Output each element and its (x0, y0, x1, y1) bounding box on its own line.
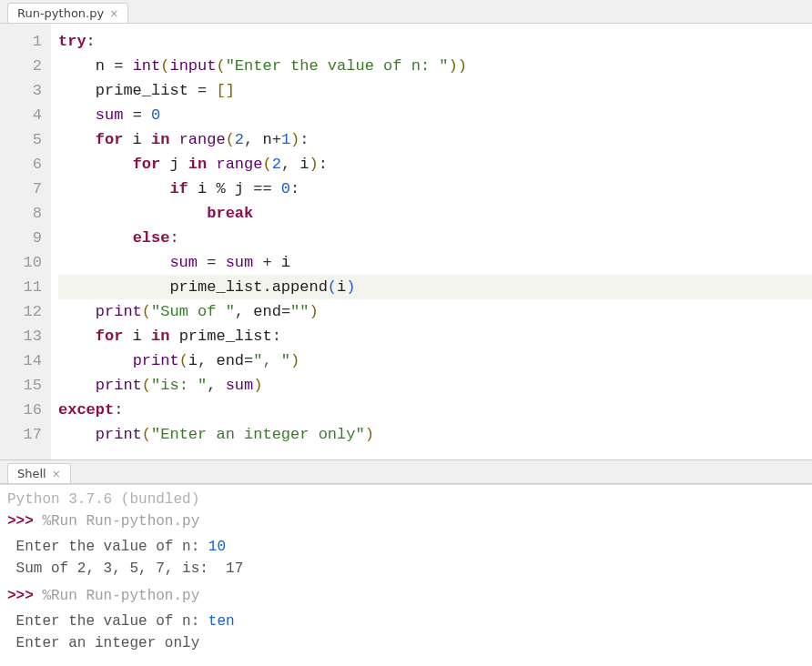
editor-tab-active[interactable]: Run-python.py × (7, 3, 128, 23)
line-number-gutter: 1234567891011121314151617 (0, 24, 51, 459)
shell-tab-label: Shell (17, 467, 46, 480)
line-number: 15 (9, 373, 42, 398)
line-number: 2 (9, 54, 42, 78)
code-line: sum = 0 (58, 103, 812, 127)
code-line: sum = sum + i (58, 250, 812, 275)
line-number: 12 (9, 299, 42, 324)
line-number: 6 (9, 152, 42, 177)
shell-output: Python 3.7.6 (bundled)>>> %Run Run-pytho… (0, 485, 812, 658)
line-number: 11 (9, 275, 42, 299)
editor-tab-bar: Run-python.py × (0, 0, 812, 24)
shell-panel[interactable]: Python 3.7.6 (bundled)>>> %Run Run-pytho… (0, 484, 812, 666)
close-icon[interactable]: × (52, 468, 61, 480)
code-line: print("Sum of ", end="") (58, 299, 812, 324)
shell-tab-bar: Shell × (0, 460, 812, 484)
line-number: 5 (9, 127, 42, 152)
code-line: n = int(input("Enter the value of n: ")) (58, 54, 812, 78)
line-number: 8 (9, 201, 42, 226)
editor-tab-label: Run-python.py (17, 6, 104, 20)
shell-tab-active[interactable]: Shell × (7, 463, 71, 483)
line-number: 13 (9, 324, 42, 348)
code-line: print("is: ", sum) (58, 373, 812, 398)
code-line: if i % j == 0: (58, 177, 812, 201)
line-number: 16 (9, 398, 42, 422)
code-line: else: (58, 226, 812, 250)
code-line: break (58, 201, 812, 226)
line-number: 10 (9, 250, 42, 275)
close-icon[interactable]: × (109, 7, 118, 20)
line-number: 9 (9, 226, 42, 250)
code-line: print("Enter an integer only") (58, 422, 812, 447)
code-content[interactable]: try: n = int(input("Enter the value of n… (51, 24, 812, 459)
code-line: print(i, end=", ") (58, 348, 812, 373)
code-editor[interactable]: 1234567891011121314151617 try: n = int(i… (0, 24, 812, 460)
code-line: for i in prime_list: (58, 324, 812, 348)
code-line: prime_list = [] (58, 78, 812, 103)
code-line: for i in range(2, n+1): (58, 127, 812, 152)
line-number: 7 (9, 177, 42, 201)
code-line: for j in range(2, i): (58, 152, 812, 177)
line-number: 17 (9, 422, 42, 447)
line-number: 4 (9, 103, 42, 127)
line-number: 1 (9, 29, 42, 54)
line-number: 14 (9, 348, 42, 373)
code-line: try: (58, 29, 812, 54)
line-number: 3 (9, 78, 42, 103)
code-line: except: (58, 398, 812, 422)
code-line: prime_list.append(i) (58, 275, 812, 299)
